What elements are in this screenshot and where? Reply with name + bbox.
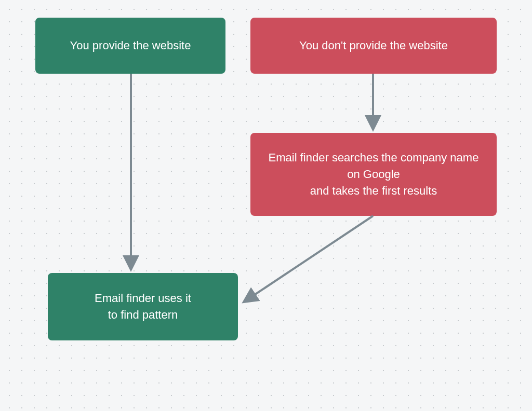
node-provide-website: You provide the website	[35, 18, 225, 74]
node-label: Email finder searches the company name o…	[263, 149, 484, 199]
node-not-provide-website: You don't provide the website	[250, 18, 497, 74]
node-label: You provide the website	[70, 37, 191, 54]
node-label: You don't provide the website	[299, 37, 448, 54]
node-label: Email finder uses itto find pattern	[95, 290, 191, 323]
node-find-pattern: Email finder uses itto find pattern	[48, 273, 238, 340]
edge-search-to-pattern	[245, 216, 373, 301]
node-search-google: Email finder searches the company name o…	[250, 133, 497, 216]
